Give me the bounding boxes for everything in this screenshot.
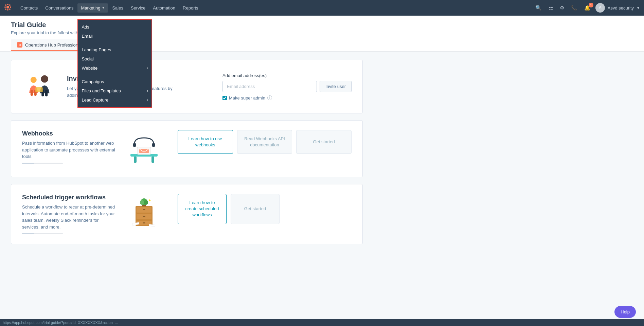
user-avatar[interactable]: A: [595, 3, 605, 13]
svg-rect-22: [152, 143, 155, 147]
svg-point-32: [140, 200, 144, 205]
nav-item-marketing[interactable]: Marketing ▼ Ads Email Landing Pages Soci…: [77, 3, 108, 13]
nav-item-conversations[interactable]: Conversations: [42, 3, 77, 13]
svg-point-7: [5, 8, 6, 10]
learn-scheduled-action[interactable]: Learn how to create scheduled workflows: [178, 194, 227, 224]
apps-button[interactable]: ⚏: [547, 3, 555, 12]
learn-webhooks-action[interactable]: Learn how to use webhooks: [178, 130, 233, 154]
scheduled-illustration: ✦: [125, 194, 163, 231]
scheduled-get-started-action[interactable]: Get started: [231, 194, 280, 224]
svg-rect-17: [134, 157, 137, 163]
svg-point-0: [6, 6, 9, 8]
nav-item-contacts[interactable]: Contacts: [17, 3, 41, 13]
notification-badge: 1: [589, 3, 593, 7]
svg-rect-15: [35, 87, 43, 92]
nav-item-sales[interactable]: Sales: [109, 3, 127, 13]
marketing-dropdown: Ads Email Landing Pages Social Website ›…: [77, 19, 152, 108]
dropdown-landing-pages[interactable]: Landing Pages: [78, 45, 151, 54]
invite-form-row: Invite user: [222, 81, 352, 92]
svg-point-1: [7, 4, 8, 5]
scheduled-progress-bar: [22, 233, 63, 234]
nav-reports-button[interactable]: Reports: [179, 3, 202, 13]
search-button[interactable]: 🔍: [533, 3, 544, 12]
invite-teammates-card: Invite your teammates Let your teammates…: [11, 60, 363, 113]
nav-conversations-button[interactable]: Conversations: [42, 3, 77, 13]
invite-form-label: Add email address(es): [222, 73, 352, 78]
top-navigation: Contacts Conversations Marketing ▼ Ads E…: [0, 0, 644, 16]
dropdown-ads[interactable]: Ads: [78, 22, 151, 32]
scheduled-title: Scheduled trigger workflows: [22, 194, 117, 201]
dropdown-social[interactable]: Social: [78, 54, 151, 64]
tab-operations-hub[interactable]: ⚙ Operations Hub Professional: [11, 39, 88, 51]
svg-point-5: [5, 4, 6, 6]
svg-point-9: [31, 77, 37, 83]
phone-button[interactable]: 📞: [569, 3, 579, 12]
super-admin-checkbox[interactable]: [222, 96, 227, 100]
user-name-label[interactable]: Asvd security: [608, 5, 634, 11]
svg-rect-21: [133, 143, 136, 147]
svg-rect-28: [143, 216, 145, 217]
scheduled-progress-fill: [22, 233, 34, 234]
svg-point-3: [4, 6, 6, 8]
nav-item-automation[interactable]: Automation: [149, 3, 179, 13]
lead-capture-arrow-icon: ›: [147, 98, 148, 102]
svg-rect-10: [31, 90, 33, 96]
svg-rect-27: [143, 209, 145, 210]
webhooks-progress-fill: [22, 163, 34, 164]
super-admin-info-icon[interactable]: i: [267, 95, 272, 100]
svg-rect-14: [45, 90, 48, 96]
super-admin-label: Make super admin: [229, 95, 265, 101]
dropdown-files-and-templates[interactable]: Files and Templates ›: [78, 86, 151, 95]
website-arrow-icon: ›: [147, 66, 148, 70]
nav-contacts-button[interactable]: Contacts: [17, 3, 41, 13]
invite-user-button[interactable]: Invite user: [320, 81, 352, 92]
nav-item-service[interactable]: Service: [127, 3, 149, 13]
dropdown-website[interactable]: Website ›: [78, 64, 151, 73]
webhooks-actions: Learn how to use webhooks Read Webhooks …: [178, 130, 352, 154]
dropdown-divider-2: [78, 75, 151, 75]
webhooks-get-started-action[interactable]: Get started: [296, 130, 352, 154]
nav-right-actions: 🔍 ⚏ ⚙ 📞 🔔 1 A Asvd security ▼: [533, 3, 640, 13]
files-arrow-icon: ›: [147, 89, 148, 93]
nav-item-reports[interactable]: Reports: [179, 3, 202, 13]
scheduled-actions: Learn how to create scheduled workflows …: [178, 194, 280, 224]
status-bar: https://app.hubspot.com/trial-guide/?por…: [0, 319, 644, 326]
tab-label: Operations Hub Professional: [25, 42, 82, 48]
status-bar-url: https://app.hubspot.com/trial-guide/?por…: [3, 321, 118, 325]
tab-gear-icon: ⚙: [17, 42, 22, 48]
svg-text:✦: ✦: [148, 198, 151, 203]
nav-automation-button[interactable]: Automation: [149, 3, 179, 13]
super-admin-row: Make super admin i: [222, 95, 352, 101]
nav-service-button[interactable]: Service: [127, 3, 149, 13]
dropdown-lead-capture[interactable]: Lead Capture ›: [78, 95, 151, 105]
svg-point-2: [7, 9, 8, 11]
dropdown-campaigns[interactable]: Campaigns: [78, 77, 151, 86]
dropdown-divider-1: [78, 43, 151, 43]
svg-rect-36: [149, 224, 155, 227]
nav-sales-button[interactable]: Sales: [109, 3, 127, 13]
svg-point-12: [41, 75, 48, 83]
nav-items: Contacts Conversations Marketing ▼ Ads E…: [17, 3, 533, 13]
svg-point-33: [144, 200, 148, 205]
svg-rect-18: [151, 157, 154, 163]
webhooks-description: Pass information from HubSpot to another…: [22, 140, 117, 160]
notifications-button[interactable]: 🔔 1: [582, 3, 593, 12]
user-dropdown-arrow[interactable]: ▼: [637, 6, 640, 10]
webhooks-illustration: [125, 130, 163, 167]
invite-illustration: [22, 70, 56, 104]
svg-rect-29: [143, 222, 145, 223]
settings-button[interactable]: ⚙: [558, 3, 566, 12]
marketing-dropdown-arrow: ▼: [102, 6, 105, 10]
scheduled-feature: Scheduled trigger workflows Schedule a w…: [22, 194, 352, 234]
dropdown-email[interactable]: Email: [78, 32, 151, 41]
webhooks-feature: Webhooks Pass information from HubSpot t…: [22, 130, 352, 167]
read-api-docs-action[interactable]: Read Webhooks API documentation: [237, 130, 292, 154]
nav-marketing-button[interactable]: Marketing ▼: [77, 3, 108, 13]
scheduled-workflows-card: Scheduled trigger workflows Schedule a w…: [11, 184, 363, 244]
email-input[interactable]: [222, 81, 317, 92]
help-button[interactable]: Help: [614, 306, 636, 318]
scheduled-text: Scheduled trigger workflows Schedule a w…: [22, 194, 117, 234]
content-area: Invite your teammates Let your teammates…: [0, 52, 374, 259]
hubspot-logo[interactable]: [4, 3, 12, 13]
webhooks-title: Webhooks: [22, 130, 117, 137]
